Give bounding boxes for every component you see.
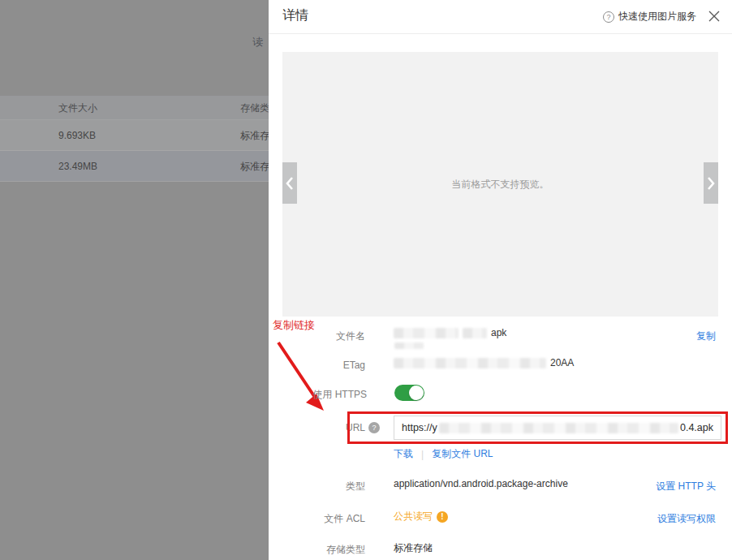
- storage-label: 存储类型: [269, 543, 365, 557]
- acl-value: 公共读写 !: [394, 510, 448, 523]
- help-circle-icon: ?: [603, 11, 614, 23]
- storage-value: 标准存储: [394, 541, 433, 555]
- column-header-storage-class: 存储类型: [240, 101, 269, 114]
- panel-header: 详情 ? 快速使用图片服务: [269, 0, 732, 34]
- table-header-row: 文件大小 存储类型: [0, 96, 269, 120]
- chevron-right-icon: [707, 176, 715, 191]
- copy-file-url-link[interactable]: 复制文件 URL: [432, 447, 493, 461]
- close-button[interactable]: [707, 9, 721, 24]
- preview-unsupported-message: 当前格式不支持预览。: [282, 178, 718, 192]
- link-divider: |: [421, 449, 424, 460]
- https-toggle[interactable]: [394, 385, 424, 401]
- help-link-label: 快速使用图片服务: [618, 10, 696, 24]
- previous-file-button[interactable]: [282, 162, 297, 204]
- filename-value: apk: [394, 327, 506, 338]
- url-visible-suffix: 0.4.apk: [680, 422, 713, 433]
- next-file-button[interactable]: [704, 162, 718, 204]
- column-header-file-size: 文件大小: [58, 101, 97, 114]
- etag-visible-suffix: 20AA: [550, 357, 574, 368]
- cell-storage-class: 标准存储: [240, 159, 269, 173]
- cell-file-size: 23.49MB: [58, 161, 97, 172]
- etag-label: ETag: [269, 360, 365, 371]
- page-overlay-mask: 读 文件大小 存储类型 9.693KB 标准存储 23.49MB 标准存储: [0, 0, 269, 560]
- cell-storage-class: 标准存储: [240, 128, 269, 142]
- url-label: URL ?: [269, 422, 380, 433]
- clipped-background-text: 读: [252, 35, 263, 50]
- acl-value-text: 公共读写: [394, 510, 433, 523]
- panel-title: 详情: [282, 7, 308, 24]
- type-value: application/vnd.android.package-archive: [394, 478, 568, 489]
- url-actions: 下载 | 复制文件 URL: [394, 447, 493, 461]
- url-help-icon[interactable]: ?: [368, 422, 380, 433]
- chevron-left-icon: [286, 176, 294, 191]
- blurred-filename-segment: [463, 328, 487, 338]
- https-label: 使用 HTTPS: [269, 388, 367, 402]
- image-service-help-link[interactable]: ? 快速使用图片服务: [603, 10, 696, 24]
- app-root: 读 文件大小 存储类型 9.693KB 标准存储 23.49MB 标准存储 详情…: [0, 0, 732, 560]
- red-arrow-annotation: [272, 338, 345, 423]
- type-label: 类型: [269, 480, 365, 493]
- toggle-knob: [409, 386, 424, 400]
- download-link[interactable]: 下载: [394, 447, 413, 461]
- copy-filename-link[interactable]: 复制: [696, 330, 716, 343]
- cell-file-size: 9.693KB: [58, 130, 96, 141]
- url-label-text: URL: [346, 422, 365, 433]
- set-acl-link[interactable]: 设置读写权限: [657, 512, 716, 526]
- etag-value: 20AA: [394, 357, 574, 368]
- storage-value-text: 标准存储: [394, 541, 433, 555]
- mime-type-text: application/vnd.android.package-archive: [394, 478, 568, 489]
- set-http-header-link[interactable]: 设置 HTTP 头: [656, 480, 716, 493]
- blurred-filename-segment: [394, 328, 459, 338]
- warning-icon: !: [437, 511, 448, 523]
- url-input[interactable]: https://y 0.4.apk: [394, 416, 721, 440]
- filename-label: 文件名: [269, 330, 365, 343]
- filename-visible-suffix: apk: [491, 327, 506, 338]
- blurred-etag-segment: [394, 358, 546, 368]
- close-icon: [708, 11, 720, 22]
- table-row-selected: 23.49MB 标准存储: [0, 151, 269, 182]
- blurred-filename-second-line: [394, 342, 424, 349]
- url-visible-prefix: https://y: [402, 422, 437, 433]
- table-row: 9.693KB 标准存储: [0, 120, 269, 151]
- detail-panel: 详情 ? 快速使用图片服务 当前格式不支持预览。: [269, 0, 732, 560]
- blurred-url-segment: [439, 423, 678, 433]
- acl-label: 文件 ACL: [269, 512, 365, 526]
- file-preview-area: 当前格式不支持预览。: [282, 52, 718, 317]
